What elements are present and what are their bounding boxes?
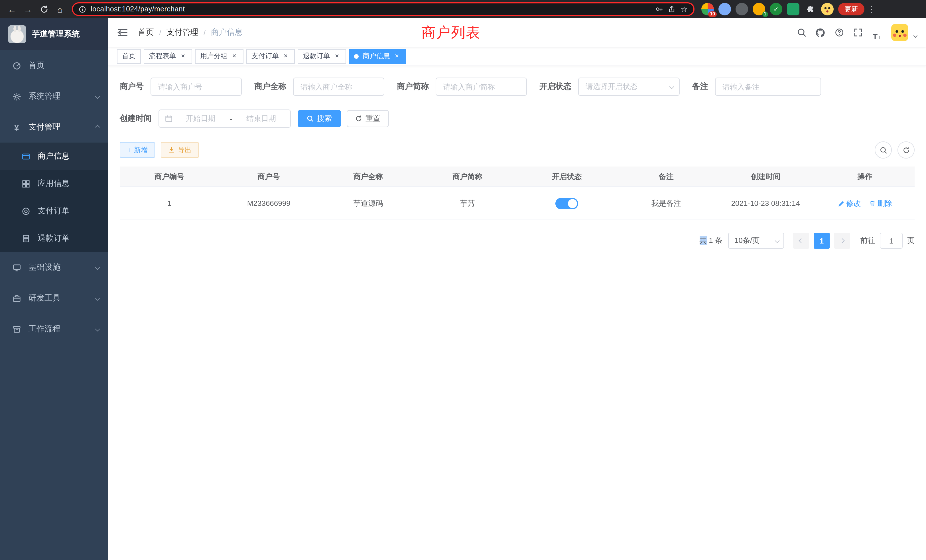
merchant-short-input[interactable] [436, 77, 527, 96]
tab-process-form[interactable]: 流程表单 × [144, 49, 192, 64]
sidebar-item-system[interactable]: 系统管理 [0, 81, 108, 112]
edit-link[interactable]: 修改 [838, 198, 861, 209]
profile-avatar-icon[interactable] [821, 3, 834, 15]
browser-menu-icon[interactable]: ⋮ [865, 4, 877, 14]
share-icon[interactable] [668, 5, 676, 13]
sidebar-logo[interactable]: 芋道管理系统 [0, 18, 108, 50]
merchant-no-input[interactable] [151, 77, 242, 96]
font-size-icon[interactable]: TT [869, 25, 884, 40]
avatar-caret-icon[interactable] [914, 33, 917, 37]
status-select[interactable]: 请选择开启状态 [578, 77, 680, 96]
tab-close-icon[interactable]: × [393, 52, 401, 60]
help-icon[interactable] [831, 25, 847, 40]
tab-close-icon[interactable]: × [333, 52, 341, 60]
status-toggle[interactable] [555, 198, 578, 209]
next-page-button[interactable] [834, 233, 850, 249]
sidebar-item-pay-order[interactable]: 支付订单 [0, 197, 108, 225]
remark-input[interactable] [715, 77, 821, 96]
tab-label: 流程表单 [149, 51, 176, 61]
sidebar-item-merchant-info[interactable]: 商户信息 [0, 142, 108, 170]
table-header-cell: 操作 [816, 166, 915, 187]
search-button[interactable]: 搜索 [298, 110, 341, 127]
document-icon [21, 234, 31, 243]
site-info-icon[interactable] [79, 5, 86, 13]
tab-home[interactable]: 首页 [117, 49, 141, 64]
password-key-icon[interactable] [655, 5, 663, 13]
sidebar-item-app-info[interactable]: 应用信息 [0, 170, 108, 197]
chevron-left-icon [799, 238, 804, 243]
table-header-cell: 备注 [617, 166, 716, 187]
extensions-puzzle-icon[interactable] [804, 3, 817, 15]
refresh-table-button[interactable] [897, 141, 915, 159]
sidebar-item-infrastructure[interactable]: 基础设施 [0, 252, 108, 283]
cell-full-name: 芋道源码 [318, 187, 418, 220]
toggle-search-button[interactable] [875, 141, 892, 159]
sidebar-item-label: 支付订单 [38, 206, 70, 216]
export-button[interactable]: 导出 [161, 142, 199, 158]
sidebar-item-refund-order[interactable]: 退款订单 [0, 225, 108, 252]
calendar-icon [165, 115, 173, 123]
extension-icon[interactable]: 1 [753, 3, 765, 15]
app-frame: 芋道管理系统 首页 系统管理 [0, 18, 926, 560]
page-number-button[interactable]: 1 [814, 233, 830, 249]
sidebar-item-dev-tools[interactable]: 研发工具 [0, 283, 108, 314]
user-avatar[interactable] [891, 24, 908, 41]
page-size-select[interactable]: 10条/页 [728, 233, 784, 249]
extension-icon[interactable]: 10 [701, 3, 714, 15]
pagination-total: 共 1 条 [699, 236, 722, 246]
breadcrumb-item[interactable]: 支付管理 [166, 27, 198, 38]
edit-link-label: 修改 [846, 198, 861, 209]
delete-link[interactable]: 删除 [869, 198, 892, 209]
browser-forward-icon[interactable]: → [21, 2, 35, 17]
browser-reload-icon[interactable] [36, 2, 51, 17]
toolbar-right [875, 141, 915, 159]
merchant-no-label: 商户号 [120, 82, 144, 92]
extension-icon[interactable] [735, 3, 748, 15]
chrome-update-button[interactable]: 更新 [838, 3, 864, 15]
tab-close-icon[interactable]: × [230, 52, 238, 60]
create-time-label: 创建时间 [120, 114, 152, 124]
search-icon[interactable] [794, 25, 809, 40]
sidebar-item-workflow[interactable]: 工作流程 [0, 314, 108, 344]
merchant-name-input[interactable] [293, 77, 384, 96]
browser-back-icon[interactable]: ← [5, 2, 20, 17]
date-end-placeholder: 结束日期 [238, 114, 284, 124]
chevron-down-icon [95, 94, 100, 99]
add-button[interactable]: + 新增 [120, 142, 155, 158]
dashboard-icon [11, 61, 22, 70]
tab-user-group[interactable]: 用户分组 × [195, 49, 244, 64]
extension-icon[interactable] [787, 3, 799, 15]
prev-page-button[interactable] [793, 233, 809, 249]
bookmark-star-icon[interactable]: ☆ [681, 5, 688, 14]
url-text[interactable]: localhost:1024/pay/merchant [91, 5, 185, 13]
pagination-goto: 前往 页 [861, 233, 915, 249]
filter-row-2: 创建时间 开始日期 - 结束日期 搜索 [120, 109, 915, 128]
tab-merchant-info[interactable]: 商户信息 × [349, 49, 406, 64]
filter-row-1: 商户号 商户全称 商户简称 开启状态 请选择开启状态 备注 [120, 77, 915, 96]
top-navbar: 首页 / 支付管理 / 商户信息 商户列表 [108, 18, 926, 47]
extension-icon[interactable]: ✓ [770, 3, 782, 15]
table-header-cell: 商户简称 [418, 166, 517, 187]
sidebar-item-payment[interactable]: ¥ 支付管理 [0, 112, 108, 142]
tab-close-icon[interactable]: × [179, 52, 187, 60]
cell-status [517, 187, 617, 220]
github-icon[interactable] [813, 25, 828, 40]
search-button-label: 搜索 [317, 114, 332, 124]
reset-button[interactable]: 重置 [346, 110, 389, 127]
tab-close-icon[interactable]: × [282, 52, 290, 60]
extension-icon[interactable] [719, 3, 731, 15]
fullscreen-icon[interactable] [850, 25, 865, 40]
create-time-range-picker[interactable]: 开始日期 - 结束日期 [159, 109, 291, 128]
breadcrumb-item[interactable]: 首页 [138, 27, 154, 38]
browser-home-icon[interactable]: ⌂ [53, 2, 67, 17]
chevron-down-icon [669, 85, 674, 89]
sidebar-item-home[interactable]: 首页 [0, 50, 108, 81]
tab-refund-order[interactable]: 退款订单 × [298, 49, 346, 64]
cell-remark: 我是备注 [617, 187, 716, 220]
goto-page-input[interactable] [880, 233, 903, 249]
tab-pay-order[interactable]: 支付订单 × [246, 49, 295, 64]
edit-pencil-icon [838, 200, 844, 207]
hamburger-icon[interactable] [118, 28, 128, 37]
pagination-total-count: 1 [709, 236, 713, 245]
address-bar[interactable]: localhost:1024/pay/merchant ☆ [72, 2, 694, 16]
